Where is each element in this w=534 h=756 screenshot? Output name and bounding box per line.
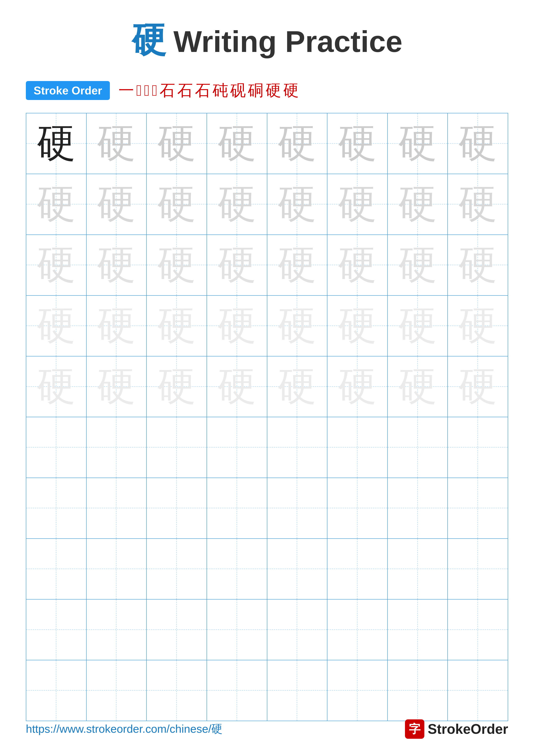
cell-10-2[interactable] xyxy=(87,660,147,721)
grid-row-8 xyxy=(26,539,508,600)
cell-2-8[interactable]: 硬 xyxy=(448,174,508,234)
cell-4-6[interactable]: 硬 xyxy=(327,296,388,356)
cell-10-3[interactable] xyxy=(147,660,207,721)
cell-6-1[interactable] xyxy=(26,417,87,477)
cell-4-8[interactable]: 硬 xyxy=(448,296,508,356)
char-display: 硬 xyxy=(157,185,196,224)
cell-7-5[interactable] xyxy=(267,478,328,538)
cell-3-3[interactable]: 硬 xyxy=(147,235,207,295)
cell-8-5[interactable] xyxy=(267,539,328,599)
cell-2-7[interactable]: 硬 xyxy=(388,174,448,234)
cell-9-4[interactable] xyxy=(207,600,267,660)
grid-row-10 xyxy=(26,660,508,721)
footer-url[interactable]: https://www.strokeorder.com/chinese/硬 xyxy=(26,721,222,737)
cell-6-8[interactable] xyxy=(448,417,508,477)
cell-2-5[interactable]: 硬 xyxy=(267,174,328,234)
char-display: 硬 xyxy=(217,246,256,284)
cell-5-6[interactable]: 硬 xyxy=(327,357,388,417)
cell-5-2[interactable]: 硬 xyxy=(87,357,147,417)
cell-3-6[interactable]: 硬 xyxy=(327,235,388,295)
cell-6-5[interactable] xyxy=(267,417,328,477)
stroke-order-badge: Stroke Order xyxy=(26,81,110,100)
cell-2-1[interactable]: 硬 xyxy=(26,174,87,234)
cell-1-1[interactable]: 硬 xyxy=(26,113,87,174)
char-display: 硬 xyxy=(458,124,497,163)
cell-5-1[interactable]: 硬 xyxy=(26,357,87,417)
cell-9-2[interactable] xyxy=(87,600,147,660)
char-display: 硬 xyxy=(37,124,76,163)
cell-4-3[interactable]: 硬 xyxy=(147,296,207,356)
cell-1-7[interactable]: 硬 xyxy=(388,113,448,174)
char-display: 硬 xyxy=(278,124,317,163)
cell-10-5[interactable] xyxy=(267,660,328,721)
cell-4-1[interactable]: 硬 xyxy=(26,296,87,356)
cell-8-8[interactable] xyxy=(448,539,508,599)
cell-9-1[interactable] xyxy=(26,600,87,660)
cell-2-3[interactable]: 硬 xyxy=(147,174,207,234)
cell-5-4[interactable]: 硬 xyxy=(207,357,267,417)
cell-4-2[interactable]: 硬 xyxy=(87,296,147,356)
cell-5-7[interactable]: 硬 xyxy=(388,357,448,417)
cell-2-6[interactable]: 硬 xyxy=(327,174,388,234)
cell-4-4[interactable]: 硬 xyxy=(207,296,267,356)
cell-9-7[interactable] xyxy=(388,600,448,660)
cell-3-2[interactable]: 硬 xyxy=(87,235,147,295)
cell-7-1[interactable] xyxy=(26,478,87,538)
cell-10-7[interactable] xyxy=(388,660,448,721)
cell-5-5[interactable]: 硬 xyxy=(267,357,328,417)
cell-10-8[interactable] xyxy=(448,660,508,721)
grid-row-3: 硬 硬 硬 硬 硬 硬 硬 硬 xyxy=(26,235,508,296)
cell-6-7[interactable] xyxy=(388,417,448,477)
cell-9-6[interactable] xyxy=(327,600,388,660)
cell-1-6[interactable]: 硬 xyxy=(327,113,388,174)
cell-5-8[interactable]: 硬 xyxy=(448,357,508,417)
cell-1-8[interactable]: 硬 xyxy=(448,113,508,174)
char-display: 硬 xyxy=(97,124,136,163)
cell-10-6[interactable] xyxy=(327,660,388,721)
footer: https://www.strokeorder.com/chinese/硬 字 … xyxy=(26,719,508,739)
cell-1-2[interactable]: 硬 xyxy=(87,113,147,174)
cell-6-6[interactable] xyxy=(327,417,388,477)
cell-6-4[interactable] xyxy=(207,417,267,477)
cell-1-4[interactable]: 硬 xyxy=(207,113,267,174)
cell-6-2[interactable] xyxy=(87,417,147,477)
char-display: 硬 xyxy=(278,307,317,345)
cell-4-7[interactable]: 硬 xyxy=(388,296,448,356)
cell-9-8[interactable] xyxy=(448,600,508,660)
char-display: 硬 xyxy=(97,307,136,345)
cell-6-3[interactable] xyxy=(147,417,207,477)
cell-7-2[interactable] xyxy=(87,478,147,538)
cell-8-2[interactable] xyxy=(87,539,147,599)
cell-8-4[interactable] xyxy=(207,539,267,599)
cell-7-7[interactable] xyxy=(388,478,448,538)
cell-7-6[interactable] xyxy=(327,478,388,538)
cell-2-4[interactable]: 硬 xyxy=(207,174,267,234)
cell-2-2[interactable]: 硬 xyxy=(87,174,147,234)
cell-9-5[interactable] xyxy=(267,600,328,660)
cell-3-4[interactable]: 硬 xyxy=(207,235,267,295)
cell-4-5[interactable]: 硬 xyxy=(267,296,328,356)
cell-8-1[interactable] xyxy=(26,539,87,599)
stroke-1: 一 xyxy=(118,83,134,98)
cell-7-4[interactable] xyxy=(207,478,267,538)
cell-9-3[interactable] xyxy=(147,600,207,660)
cell-8-7[interactable] xyxy=(388,539,448,599)
cell-10-1[interactable] xyxy=(26,660,87,721)
cell-7-3[interactable] xyxy=(147,478,207,538)
cell-10-4[interactable] xyxy=(207,660,267,721)
cell-1-3[interactable]: 硬 xyxy=(147,113,207,174)
cell-8-3[interactable] xyxy=(147,539,207,599)
char-display: 硬 xyxy=(398,367,437,406)
cell-8-6[interactable] xyxy=(327,539,388,599)
stroke-11: 硬 xyxy=(266,83,281,98)
cell-3-1[interactable]: 硬 xyxy=(26,235,87,295)
cell-1-5[interactable]: 硬 xyxy=(267,113,328,174)
cell-7-8[interactable] xyxy=(448,478,508,538)
cell-3-7[interactable]: 硬 xyxy=(388,235,448,295)
cell-5-3[interactable]: 硬 xyxy=(147,357,207,417)
char-display: 硬 xyxy=(398,124,437,163)
cell-3-5[interactable]: 硬 xyxy=(267,235,328,295)
char-display: 硬 xyxy=(458,246,497,284)
char-display: 硬 xyxy=(97,185,136,224)
cell-3-8[interactable]: 硬 xyxy=(448,235,508,295)
